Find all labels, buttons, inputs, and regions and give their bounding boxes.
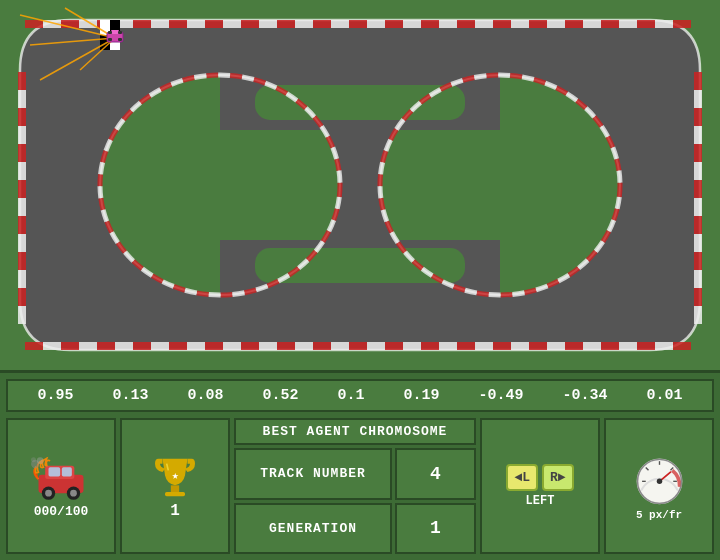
svg-rect-12 <box>255 85 465 120</box>
svg-rect-98 <box>18 180 26 198</box>
svg-rect-48 <box>565 20 583 28</box>
svg-rect-116 <box>694 252 702 270</box>
svg-rect-41 <box>439 20 457 28</box>
svg-rect-97 <box>18 162 26 180</box>
svg-rect-108 <box>694 108 702 126</box>
chrom-val-1: 0.13 <box>112 387 148 404</box>
speed-cell: 5 px/fr <box>604 418 714 554</box>
generation-value: 1 <box>395 503 476 555</box>
svg-rect-77 <box>421 342 439 350</box>
svg-rect-89 <box>637 342 655 350</box>
svg-rect-27 <box>187 20 205 28</box>
svg-rect-64 <box>187 342 205 350</box>
svg-rect-50 <box>601 20 619 28</box>
svg-rect-149 <box>171 485 179 492</box>
svg-rect-73 <box>349 342 367 350</box>
svg-rect-140 <box>49 467 61 476</box>
best-agent-header: BEST AGENT CHROMOSOME <box>234 418 476 445</box>
chrom-val-8: 0.01 <box>646 387 682 404</box>
svg-rect-68 <box>259 342 277 350</box>
trophy-value: 1 <box>170 502 180 520</box>
svg-rect-55 <box>25 342 43 350</box>
svg-rect-84 <box>547 342 565 350</box>
svg-rect-112 <box>694 180 702 198</box>
svg-rect-49 <box>583 20 601 28</box>
svg-rect-51 <box>619 20 637 28</box>
svg-point-143 <box>45 489 52 496</box>
chrom-val-2: 0.08 <box>187 387 223 404</box>
svg-rect-65 <box>205 342 223 350</box>
car-icon <box>31 454 91 504</box>
svg-rect-31 <box>259 20 277 28</box>
svg-rect-57 <box>61 342 79 350</box>
track-svg <box>0 0 720 370</box>
direction-label: LEFT <box>526 494 555 508</box>
svg-rect-93 <box>18 90 26 108</box>
svg-rect-104 <box>18 288 26 306</box>
car-cell: 000/100 <box>6 418 116 554</box>
svg-rect-63 <box>169 342 187 350</box>
info-panel: 0.95 0.13 0.08 0.52 0.1 0.19 -0.49 -0.34… <box>0 370 720 560</box>
trophy-icon: ★ <box>150 452 200 502</box>
svg-rect-35 <box>331 20 349 28</box>
direction-cell: ◄L R► LEFT <box>480 418 600 554</box>
svg-rect-82 <box>511 342 529 350</box>
svg-rect-62 <box>151 342 169 350</box>
chrom-val-7: -0.34 <box>562 387 607 404</box>
svg-rect-58 <box>79 342 97 350</box>
svg-rect-47 <box>547 20 565 28</box>
right-arrow-btn[interactable]: R► <box>542 464 574 491</box>
svg-rect-32 <box>277 20 295 28</box>
svg-rect-110 <box>694 144 702 162</box>
svg-rect-69 <box>277 342 295 350</box>
svg-rect-106 <box>694 72 702 90</box>
svg-rect-133 <box>111 30 119 34</box>
svg-rect-94 <box>18 108 26 126</box>
svg-rect-25 <box>151 20 169 28</box>
svg-rect-91 <box>673 342 691 350</box>
chrom-val-4: 0.1 <box>337 387 364 404</box>
svg-rect-99 <box>18 198 26 216</box>
svg-rect-135 <box>118 31 122 34</box>
svg-rect-136 <box>108 38 112 41</box>
left-arrow-btn[interactable]: ◄L <box>506 464 538 491</box>
chrom-val-6: -0.49 <box>478 387 523 404</box>
svg-rect-43 <box>475 20 493 28</box>
chromosome-row: 0.95 0.13 0.08 0.52 0.1 0.19 -0.49 -0.34… <box>6 379 714 412</box>
svg-rect-59 <box>97 342 115 350</box>
svg-rect-40 <box>421 20 439 28</box>
svg-rect-83 <box>529 342 547 350</box>
svg-text:★: ★ <box>172 469 179 483</box>
svg-rect-37 <box>367 20 385 28</box>
left-arrow-icon: ◄L <box>514 470 530 485</box>
svg-rect-81 <box>493 342 511 350</box>
svg-rect-44 <box>493 20 511 28</box>
svg-rect-118 <box>694 288 702 306</box>
score-display: 000/100 <box>34 504 89 519</box>
svg-point-145 <box>70 489 77 496</box>
generation-label: GENERATION <box>234 503 392 555</box>
svg-rect-72 <box>331 342 349 350</box>
svg-rect-26 <box>169 20 187 28</box>
controls-row: 000/100 ★ 1 BEST AGENT CHROMOSOME TRAC <box>6 418 714 554</box>
svg-rect-92 <box>18 72 26 90</box>
svg-rect-109 <box>694 126 702 144</box>
svg-rect-54 <box>673 20 691 28</box>
right-arrow-icon: R► <box>550 470 566 485</box>
svg-rect-102 <box>18 252 26 270</box>
svg-rect-137 <box>118 38 122 41</box>
svg-rect-24 <box>133 20 151 28</box>
svg-rect-36 <box>349 20 367 28</box>
svg-rect-96 <box>18 144 26 162</box>
svg-rect-134 <box>108 31 112 34</box>
svg-rect-70 <box>295 342 313 350</box>
svg-rect-115 <box>694 234 702 252</box>
svg-rect-88 <box>619 342 637 350</box>
svg-rect-71 <box>313 342 331 350</box>
speedometer-icon <box>632 452 687 507</box>
svg-rect-60 <box>115 342 133 350</box>
chrom-val-5: 0.19 <box>403 387 439 404</box>
speed-label: 5 px/fr <box>636 509 682 521</box>
svg-rect-18 <box>25 20 43 28</box>
track-label: TRACK NUMBER <box>234 448 392 500</box>
